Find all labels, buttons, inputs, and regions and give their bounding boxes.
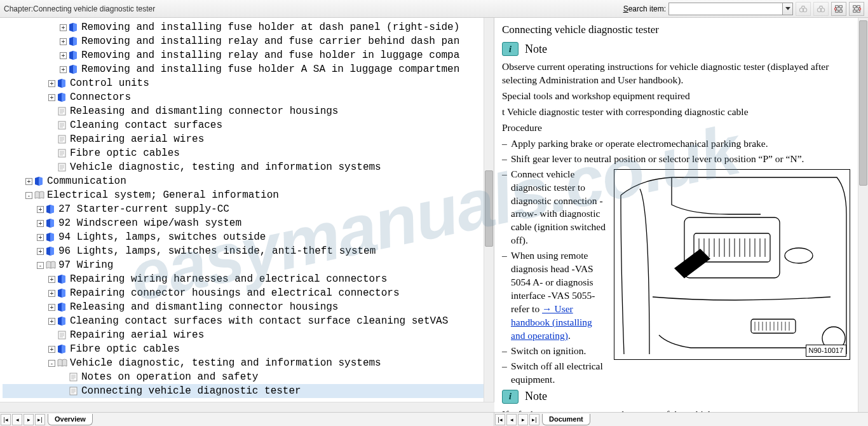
tree-item[interactable]: Fibre optic cables	[3, 146, 484, 160]
tree-item[interactable]: +Cleaning contact surfaces with contact …	[3, 314, 484, 328]
book-open-icon	[46, 261, 56, 270]
book-open-icon	[57, 359, 67, 368]
tab-overview[interactable]: Overview	[48, 414, 93, 425]
expand-icon[interactable]: +	[48, 276, 55, 283]
expand-icon[interactable]: +	[25, 178, 32, 185]
tree-item-label: Releasing and dismantling connector hous…	[70, 300, 338, 314]
tree-item[interactable]: +27 Starter-current supply-CC	[3, 202, 484, 216]
tree-item[interactable]: -Vehicle diagnostic, testing and informa…	[3, 356, 484, 370]
expand-icon[interactable]: +	[60, 38, 67, 45]
tools-item: t Vehicle diagnostic tester with corresp…	[502, 106, 850, 119]
find-next-button[interactable]	[813, 2, 829, 16]
tab-nav-first[interactable]: |◂	[495, 414, 505, 425]
tree-item[interactable]: +Connectors	[3, 90, 484, 104]
tree-item[interactable]: Notes on operation and safety	[3, 370, 484, 384]
tree-item[interactable]: +Repairing connector housings and electr…	[3, 286, 484, 300]
tree-item[interactable]: +92 Windscreen wipe/wash system	[3, 216, 484, 230]
tree-item-label: Releasing and dismantling connector hous…	[70, 104, 338, 118]
note-label: Note	[525, 41, 547, 57]
find-button[interactable]	[796, 2, 811, 16]
book-blue-icon	[69, 51, 79, 60]
book-blue-icon	[46, 233, 56, 242]
page-icon	[69, 387, 79, 395]
tree-item[interactable]: +Removing and installing relay and fuse …	[3, 34, 484, 48]
chapter-label: Chapter:Connecting vehicle diagnostic te…	[4, 4, 155, 13]
collapse-tree-button[interactable]	[831, 2, 846, 16]
collapse-icon[interactable]: -	[48, 360, 55, 367]
tree-item[interactable]: +Removing and installing relay and fuse …	[3, 48, 484, 62]
tree-item[interactable]: Repairing aerial wires	[3, 132, 484, 146]
expand-icon[interactable]: +	[48, 290, 55, 297]
procedure-step: Switch off all electrical equipment.	[511, 360, 607, 387]
collapse-icon[interactable]: -	[37, 262, 44, 269]
book-blue-icon	[34, 177, 44, 186]
tab-nav-next[interactable]: ▸	[24, 414, 34, 425]
search-label: SSearch item:earch item:	[623, 4, 666, 13]
note-icon: i	[502, 42, 519, 56]
expand-icon[interactable]: +	[48, 318, 55, 325]
expand-tree-button[interactable]	[849, 2, 864, 16]
page-icon	[57, 121, 67, 130]
tree-item[interactable]: Vehicle diagnostic, testing and informat…	[3, 160, 484, 174]
tree-item[interactable]: +96 Lights, lamps, switches inside, anti…	[3, 244, 484, 258]
tree-item-label: Repairing wiring harnesses and electrica…	[70, 272, 387, 286]
expand-icon[interactable]: +	[48, 94, 55, 101]
tree-item-label: Repairing aerial wires	[70, 328, 204, 342]
tree-item[interactable]: Releasing and dismantling connector hous…	[3, 104, 484, 118]
expand-icon[interactable]: +	[37, 234, 44, 241]
tree-item[interactable]: +94 Lights, lamps, switches outside	[3, 230, 484, 244]
tree-item[interactable]: Connecting vehicle diagnostic tester	[3, 384, 484, 398]
tree-item-label: Connecting vehicle diagnostic tester	[81, 384, 301, 398]
figure-id: N90-10017	[806, 345, 846, 357]
expand-icon[interactable]: +	[37, 206, 44, 213]
tab-nav-last[interactable]: ▸|	[529, 414, 539, 425]
expand-icon[interactable]: +	[60, 52, 67, 59]
expand-icon[interactable]: +	[48, 304, 55, 311]
tree-item[interactable]: +Repairing wiring harnesses and electric…	[3, 272, 484, 286]
note-icon: i	[502, 390, 519, 404]
expand-icon[interactable]: +	[48, 346, 55, 353]
tree-item[interactable]: +Removing and installing fuse holder A S…	[3, 62, 484, 76]
tree-item[interactable]: Cleaning contact surfaces	[3, 118, 484, 132]
tab-nav-last[interactable]: ▸|	[35, 414, 45, 425]
tree-item[interactable]: +Fibre optic cables	[3, 342, 484, 356]
tree-item[interactable]: -Electrical system; General information	[3, 188, 484, 202]
tree-horizontal-scrollbar[interactable]	[0, 402, 494, 412]
expand-icon[interactable]: +	[60, 24, 67, 31]
tree-vertical-scrollbar[interactable]	[484, 18, 494, 412]
book-blue-icon	[69, 37, 79, 46]
tree-item[interactable]: +Removing and installing fuse holder at …	[3, 20, 484, 34]
tab-nav-prev[interactable]: ◂	[506, 414, 517, 425]
tree-item-label: Control units	[70, 76, 149, 90]
expand-icon[interactable]: +	[37, 248, 44, 255]
expand-icon[interactable]: +	[48, 80, 55, 87]
search-input[interactable]	[668, 3, 783, 15]
tab-nav-next[interactable]: ▸	[518, 414, 528, 425]
tree-item-label: Fibre optic cables	[70, 146, 180, 160]
tree-item[interactable]: +Releasing and dismantling connector hou…	[3, 300, 484, 314]
page-icon	[69, 373, 79, 381]
tree-item[interactable]: +Communication	[3, 174, 484, 188]
book-open-icon	[34, 191, 44, 200]
book-blue-icon	[57, 345, 67, 354]
tree-item[interactable]: Repairing aerial wires	[3, 328, 484, 342]
procedure-step: When using remote diagnosis head -VAS 50…	[511, 249, 607, 342]
book-blue-icon	[46, 219, 56, 228]
search-dropdown-button[interactable]	[783, 3, 793, 15]
tab-document[interactable]: Document	[542, 414, 590, 425]
tab-nav-prev[interactable]: ◂	[12, 414, 22, 425]
expand-icon[interactable]: +	[37, 220, 44, 227]
tree-item[interactable]: -97 Wiring	[3, 258, 484, 272]
collapse-icon[interactable]: -	[25, 192, 32, 199]
doc-vertical-scrollbar[interactable]	[858, 18, 868, 412]
tree-item-label: Cleaning contact surfaces with contact s…	[70, 314, 448, 328]
book-blue-icon	[57, 317, 67, 326]
tree-item[interactable]: +Control units	[3, 76, 484, 90]
expand-icon[interactable]: +	[60, 66, 67, 73]
tree-item-label: Fibre optic cables	[70, 342, 180, 356]
tree-item-label: Removing and installing fuse holder A SA…	[81, 62, 459, 76]
book-blue-icon	[46, 247, 56, 256]
procedure-step: Shift gear lever to neutral position or …	[511, 153, 850, 166]
tree-item-label: Vehicle diagnostic, testing and informat…	[70, 356, 381, 370]
tab-nav-first[interactable]: |◂	[1, 414, 11, 425]
